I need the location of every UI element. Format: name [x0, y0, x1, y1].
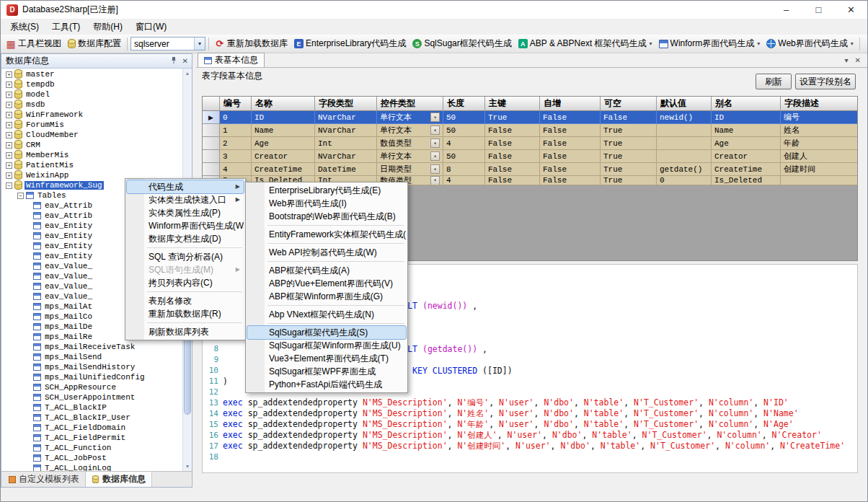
refresh-button[interactable]: 刷新 — [756, 74, 792, 89]
cell-default[interactable]: 0 — [657, 176, 712, 185]
cell-description[interactable]: 姓名 — [781, 124, 858, 137]
sqlsugar-codegen-button[interactable]: SqlSugar框架代码生成 — [409, 36, 514, 51]
enterpriselibrary-codegen-button[interactable]: EnterpriseLibrary代码生成 — [291, 36, 409, 51]
cell-description[interactable]: 创建人 — [781, 150, 858, 163]
tree-item-T_ACL_BlackIP_User[interactable]: T_ACL_BlackIP_User — [1, 413, 182, 423]
abp-codegen-button[interactable]: ABP & ABPNext 框架代码生成▾ — [515, 36, 655, 51]
menubar-item-2[interactable]: 工具(T) — [45, 19, 87, 35]
cell-description[interactable]: 年龄 — [781, 137, 858, 150]
context-menu-item-11[interactable]: 表别名修改 — [127, 294, 244, 307]
context-menu-item-9[interactable]: 拷贝列表内容(C) — [127, 276, 244, 289]
pin-icon[interactable] — [170, 56, 177, 66]
cell-description[interactable]: 创建时间 — [781, 163, 858, 176]
cell-no[interactable]: 4 — [220, 163, 252, 176]
submenu-item-11[interactable]: ABP框架Winform界面生成(G) — [247, 290, 406, 303]
cell-control-type[interactable]: 单行文本▾ — [377, 124, 443, 137]
cell-length[interactable]: 50 — [443, 150, 485, 163]
context-menu-item-2[interactable]: 实体类生成快速入口▶ — [127, 193, 244, 206]
cell-identity[interactable]: False — [540, 124, 601, 137]
cell-field-type[interactable]: NVarChar — [315, 124, 377, 137]
cell-pk[interactable]: False — [485, 163, 540, 176]
cell-identity[interactable]: False — [540, 150, 601, 163]
minimize-button[interactable]: – — [770, 1, 802, 19]
cell-nullable[interactable]: True — [601, 150, 657, 163]
tab-table-basic-info[interactable]: 表基本信息 — [198, 53, 265, 67]
tree-item-WinFramework[interactable]: +WinFramework — [1, 110, 182, 120]
cell-identity[interactable]: False — [540, 163, 601, 176]
cell-identity[interactable]: False — [540, 137, 601, 150]
context-menu-item-14[interactable]: 刷新数据库列表 — [127, 325, 244, 338]
tab-list-icon[interactable]: ▾ — [845, 56, 849, 64]
submenu-item-15[interactable]: SqlSugar框架代码生成(S) — [247, 326, 406, 339]
cell-length[interactable]: 4 — [443, 176, 485, 185]
bottom-tab-1[interactable]: 自定义模板列表 — [3, 472, 86, 487]
tree-item-mps_MailSend[interactable]: mps_MailSend — [1, 352, 182, 362]
maximize-button[interactable]: □ — [802, 1, 835, 19]
toolbar-view-button[interactable]: 工具栏视图 — [3, 36, 64, 51]
cell-alias[interactable]: Creator — [712, 150, 781, 163]
cell-length[interactable]: 50 — [443, 111, 485, 124]
expand-icon[interactable]: + — [6, 172, 12, 179]
panel-close-icon[interactable]: ✕ — [182, 57, 188, 65]
cell-name[interactable]: CreateTime — [252, 163, 315, 176]
cell-identity[interactable]: False — [540, 111, 601, 124]
context-menu-item-4[interactable]: Winform界面代码生成(W) — [127, 219, 244, 232]
scroll-up-icon[interactable]: ▲ — [183, 69, 192, 78]
column-header-nullable[interactable]: 可空 — [601, 97, 657, 111]
collapse-icon[interactable]: − — [17, 193, 24, 199]
submenu-item-13[interactable]: Abp VNext框架代码生成(N) — [247, 308, 406, 321]
cell-nullable[interactable]: True — [601, 176, 657, 185]
submenu-item-1[interactable]: EnterpriseLibrary代码生成(E) — [247, 184, 406, 197]
cell-field-type[interactable]: NVarChar — [315, 111, 377, 124]
bottom-tab-2[interactable]: 数据库信息 — [86, 472, 152, 487]
tree-item-mps_MailUnifiedConfig[interactable]: mps_MailUnifiedConfig — [1, 372, 182, 382]
cell-alias[interactable]: Age — [712, 137, 781, 150]
tree-item-SCH_UserAppointment[interactable]: SCH_UserAppointment — [1, 392, 182, 402]
cell-nullable[interactable]: True — [601, 163, 657, 176]
expand-icon[interactable]: + — [6, 71, 12, 78]
db-config-button[interactable]: 数据库配置 — [65, 36, 124, 51]
cell-no[interactable]: 3 — [220, 150, 252, 163]
cell-name[interactable]: ID — [252, 111, 315, 124]
cell-length[interactable]: 8 — [443, 163, 485, 176]
cell-name[interactable]: Creator — [252, 150, 315, 163]
tree-item-mps_MailReceiveTask[interactable]: mps_MailReceiveTask — [1, 342, 182, 352]
table-row[interactable]: 3CreatorNVarChar单行文本▾50FalseFalseTrueCre… — [203, 150, 857, 163]
cell-no[interactable]: 2 — [220, 137, 252, 150]
tree-item-tempdb[interactable]: +tempdb — [1, 79, 182, 89]
expand-icon[interactable]: + — [6, 162, 12, 169]
cell-control-type[interactable]: 单行文本▾ — [377, 111, 443, 124]
column-header-alias[interactable]: 别名 — [712, 97, 781, 111]
expand-icon[interactable]: + — [6, 122, 12, 128]
row-indicator[interactable] — [203, 163, 220, 176]
table-row[interactable]: 2AgeInt数值类型▾4FalseFalseTrueAge年龄 — [203, 137, 857, 150]
submenu-item-16[interactable]: SqlSugar框架Winform界面生成(U) — [247, 339, 406, 352]
cell-default[interactable] — [657, 124, 712, 137]
expand-icon[interactable]: + — [6, 92, 12, 98]
column-header-control-type[interactable]: 控件类型 — [377, 97, 443, 111]
table-row[interactable]: 1NameNVarChar单行文本▾50FalseFalseTrueName姓名 — [203, 124, 857, 137]
context-menu-item-3[interactable]: 实体类属性生成(P) — [127, 206, 244, 219]
expand-icon[interactable]: + — [6, 132, 12, 138]
column-header-default[interactable]: 默认值 — [657, 97, 712, 111]
close-button[interactable]: ✕ — [835, 1, 867, 19]
collapse-icon[interactable]: − — [6, 182, 12, 189]
column-header-name[interactable]: 名称 — [252, 97, 315, 111]
table-row[interactable]: ▶0IDNVarChar单行文本▾50TrueFalseFalsenewid()… — [203, 111, 857, 124]
cell-alias[interactable]: CreateTime — [712, 163, 781, 176]
submenu-item-7[interactable]: Web API控制器代码生成(W) — [247, 246, 406, 259]
cell-control-type[interactable]: 日期类型▾ — [377, 163, 443, 176]
submenu-item-5[interactable]: EntityFramework实体框架代码生成(F) — [247, 228, 406, 241]
submenu-item-2[interactable]: Web界面代码生成(I) — [247, 197, 406, 210]
tree-item-T_ACL_FieldDomain[interactable]: T_ACL_FieldDomain — [1, 423, 182, 433]
submenu-item-9[interactable]: ABP框架代码生成(A) — [247, 264, 406, 277]
cell-pk[interactable]: False — [485, 124, 540, 137]
column-header-length[interactable]: 长度 — [443, 97, 485, 111]
expand-icon[interactable]: + — [6, 82, 12, 88]
cell-length[interactable]: 50 — [443, 124, 485, 137]
tree-item-T_ACL_BlackIP[interactable]: T_ACL_BlackIP — [1, 402, 182, 413]
tree-item-master[interactable]: +master — [1, 69, 182, 79]
cell-pk[interactable]: False — [485, 150, 540, 163]
expand-icon[interactable]: + — [6, 112, 12, 118]
tree-item-CRM[interactable]: +CRM — [1, 140, 182, 150]
